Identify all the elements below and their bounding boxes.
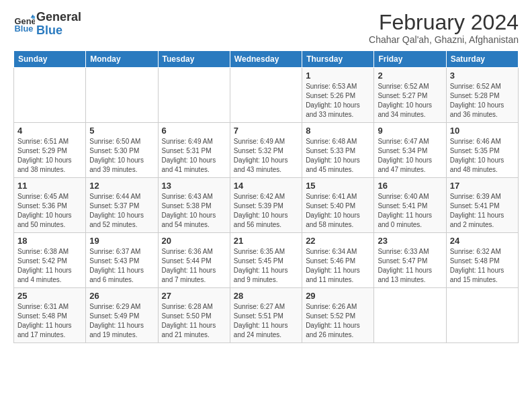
cell-w0-d3 — [230, 68, 302, 123]
cell-w2-d0: 11Sunrise: 6:45 AMSunset: 5:36 PMDayligh… — [14, 178, 86, 233]
calendar-table: Sunday Monday Tuesday Wednesday Thursday… — [13, 50, 519, 343]
cell-w2-d4: 15Sunrise: 6:41 AMSunset: 5:40 PMDayligh… — [302, 178, 374, 233]
day-info: Sunrise: 6:45 AMSunset: 5:36 PMDaylight:… — [17, 192, 82, 230]
header: General Blue General Blue February 2024 … — [13, 11, 519, 45]
cell-w0-d1 — [86, 68, 158, 123]
cell-w2-d2: 13Sunrise: 6:43 AMSunset: 5:38 PMDayligh… — [158, 178, 230, 233]
day-number: 1 — [306, 71, 370, 81]
day-info: Sunrise: 6:31 AMSunset: 5:48 PMDaylight:… — [17, 302, 82, 340]
day-number: 14 — [234, 181, 298, 191]
col-tuesday: Tuesday — [158, 51, 230, 68]
day-number: 7 — [234, 126, 298, 136]
cell-w1-d6: 10Sunrise: 6:46 AMSunset: 5:35 PMDayligh… — [446, 123, 518, 178]
logo-blue-text: Blue — [36, 24, 81, 38]
cell-w1-d1: 5Sunrise: 6:50 AMSunset: 5:30 PMDaylight… — [86, 123, 158, 178]
day-info: Sunrise: 6:42 AMSunset: 5:39 PMDaylight:… — [234, 192, 298, 230]
calendar-page: General Blue General Blue February 2024 … — [0, 0, 532, 411]
logo-general-text: General — [36, 11, 81, 24]
svg-text:Blue: Blue — [15, 24, 34, 34]
day-number: 24 — [450, 236, 515, 246]
day-info: Sunrise: 6:43 AMSunset: 5:38 PMDaylight:… — [162, 192, 226, 230]
day-number: 20 — [162, 236, 226, 246]
day-info: Sunrise: 6:29 AMSunset: 5:49 PMDaylight:… — [89, 302, 154, 340]
cell-w1-d3: 7Sunrise: 6:49 AMSunset: 5:32 PMDaylight… — [230, 123, 302, 178]
col-monday: Monday — [86, 51, 158, 68]
cell-w4-d6 — [446, 288, 518, 343]
day-number: 4 — [17, 126, 82, 136]
day-number: 22 — [306, 236, 370, 246]
day-number: 21 — [234, 236, 298, 246]
cell-w3-d3: 21Sunrise: 6:35 AMSunset: 5:45 PMDayligh… — [230, 233, 302, 288]
logo-icon: General Blue — [13, 13, 35, 35]
day-info: Sunrise: 6:46 AMSunset: 5:35 PMDaylight:… — [450, 137, 515, 175]
day-info: Sunrise: 6:34 AMSunset: 5:46 PMDaylight:… — [306, 247, 370, 285]
week-row-1: 4Sunrise: 6:51 AMSunset: 5:29 PMDaylight… — [14, 123, 519, 178]
day-info: Sunrise: 6:49 AMSunset: 5:31 PMDaylight:… — [162, 137, 226, 175]
day-info: Sunrise: 6:37 AMSunset: 5:43 PMDaylight:… — [89, 247, 154, 285]
day-info: Sunrise: 6:35 AMSunset: 5:45 PMDaylight:… — [234, 247, 298, 285]
day-number: 19 — [89, 236, 154, 246]
day-info: Sunrise: 6:38 AMSunset: 5:42 PMDaylight:… — [17, 247, 82, 285]
day-number: 27 — [162, 291, 226, 301]
day-info: Sunrise: 6:48 AMSunset: 5:33 PMDaylight:… — [306, 137, 370, 175]
day-info: Sunrise: 6:41 AMSunset: 5:40 PMDaylight:… — [306, 192, 370, 230]
cell-w2-d5: 16Sunrise: 6:40 AMSunset: 5:41 PMDayligh… — [374, 178, 446, 233]
day-number: 6 — [162, 126, 226, 136]
day-number: 16 — [378, 181, 442, 191]
logo-text: General Blue — [36, 11, 81, 38]
day-number: 5 — [89, 126, 154, 136]
day-number: 3 — [450, 71, 515, 81]
col-sunday: Sunday — [14, 51, 86, 68]
cell-w0-d4: 1Sunrise: 6:53 AMSunset: 5:26 PMDaylight… — [302, 68, 374, 123]
calendar-body: 1Sunrise: 6:53 AMSunset: 5:26 PMDaylight… — [14, 68, 519, 343]
cell-w0-d5: 2Sunrise: 6:52 AMSunset: 5:27 PMDaylight… — [374, 68, 446, 123]
cell-w1-d4: 8Sunrise: 6:48 AMSunset: 5:33 PMDaylight… — [302, 123, 374, 178]
cell-w0-d6: 3Sunrise: 6:52 AMSunset: 5:28 PMDaylight… — [446, 68, 518, 123]
cell-w3-d6: 24Sunrise: 6:32 AMSunset: 5:48 PMDayligh… — [446, 233, 518, 288]
cell-w4-d0: 25Sunrise: 6:31 AMSunset: 5:48 PMDayligh… — [14, 288, 86, 343]
day-number: 28 — [234, 291, 298, 301]
day-info: Sunrise: 6:32 AMSunset: 5:48 PMDaylight:… — [450, 247, 515, 285]
day-number: 25 — [17, 291, 82, 301]
day-number: 11 — [17, 181, 82, 191]
day-info: Sunrise: 6:50 AMSunset: 5:30 PMDaylight:… — [89, 137, 154, 175]
day-info: Sunrise: 6:53 AMSunset: 5:26 PMDaylight:… — [306, 82, 370, 120]
calendar-subtitle: Chahar Qal'ah, Ghazni, Afghanistan — [369, 34, 519, 45]
day-info: Sunrise: 6:52 AMSunset: 5:28 PMDaylight:… — [450, 82, 515, 120]
col-friday: Friday — [374, 51, 446, 68]
calendar-title: February 2024 — [369, 11, 519, 34]
day-info: Sunrise: 6:52 AMSunset: 5:27 PMDaylight:… — [378, 82, 442, 120]
cell-w4-d4: 29Sunrise: 6:26 AMSunset: 5:52 PMDayligh… — [302, 288, 374, 343]
cell-w1-d0: 4Sunrise: 6:51 AMSunset: 5:29 PMDaylight… — [14, 123, 86, 178]
header-row: Sunday Monday Tuesday Wednesday Thursday… — [14, 51, 519, 68]
cell-w4-d1: 26Sunrise: 6:29 AMSunset: 5:49 PMDayligh… — [86, 288, 158, 343]
day-info: Sunrise: 6:47 AMSunset: 5:34 PMDaylight:… — [378, 137, 442, 175]
cell-w2-d3: 14Sunrise: 6:42 AMSunset: 5:39 PMDayligh… — [230, 178, 302, 233]
day-number: 18 — [17, 236, 82, 246]
week-row-2: 11Sunrise: 6:45 AMSunset: 5:36 PMDayligh… — [14, 178, 519, 233]
day-number: 8 — [306, 126, 370, 136]
cell-w1-d5: 9Sunrise: 6:47 AMSunset: 5:34 PMDaylight… — [374, 123, 446, 178]
day-number: 2 — [378, 71, 442, 81]
day-info: Sunrise: 6:39 AMSunset: 5:41 PMDaylight:… — [450, 192, 515, 230]
week-row-3: 18Sunrise: 6:38 AMSunset: 5:42 PMDayligh… — [14, 233, 519, 288]
week-row-0: 1Sunrise: 6:53 AMSunset: 5:26 PMDaylight… — [14, 68, 519, 123]
day-number: 17 — [450, 181, 515, 191]
cell-w0-d0 — [14, 68, 86, 123]
cell-w4-d3: 28Sunrise: 6:27 AMSunset: 5:51 PMDayligh… — [230, 288, 302, 343]
cell-w2-d6: 17Sunrise: 6:39 AMSunset: 5:41 PMDayligh… — [446, 178, 518, 233]
week-row-4: 25Sunrise: 6:31 AMSunset: 5:48 PMDayligh… — [14, 288, 519, 343]
day-info: Sunrise: 6:33 AMSunset: 5:47 PMDaylight:… — [378, 247, 442, 285]
cell-w4-d2: 27Sunrise: 6:28 AMSunset: 5:50 PMDayligh… — [158, 288, 230, 343]
cell-w3-d5: 23Sunrise: 6:33 AMSunset: 5:47 PMDayligh… — [374, 233, 446, 288]
day-number: 12 — [89, 181, 154, 191]
col-wednesday: Wednesday — [230, 51, 302, 68]
day-number: 26 — [89, 291, 154, 301]
cell-w3-d0: 18Sunrise: 6:38 AMSunset: 5:42 PMDayligh… — [14, 233, 86, 288]
cell-w3-d4: 22Sunrise: 6:34 AMSunset: 5:46 PMDayligh… — [302, 233, 374, 288]
cell-w2-d1: 12Sunrise: 6:44 AMSunset: 5:37 PMDayligh… — [86, 178, 158, 233]
day-info: Sunrise: 6:27 AMSunset: 5:51 PMDaylight:… — [234, 302, 298, 340]
day-number: 10 — [450, 126, 515, 136]
cell-w4-d5 — [374, 288, 446, 343]
day-number: 15 — [306, 181, 370, 191]
